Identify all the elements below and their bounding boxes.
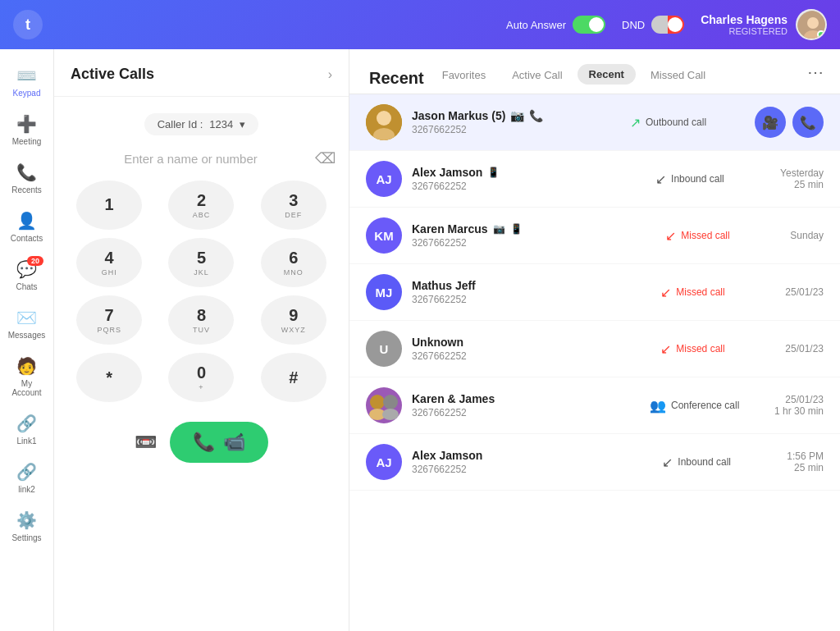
call-item[interactable]: KM Karen Marcus 📷 📱 3267662252 ↙ Missed … [349,208,840,264]
sidebar-item-account[interactable]: 🧑 My Account [4,350,50,404]
call-name: Alex Jamson [412,449,652,462]
sidebar-item-label: Meeting [12,137,42,146]
sidebar-item-chats[interactable]: 💬 20 Chats [4,253,50,298]
video-device-icon: 📷 [493,223,505,235]
call-meta: 25/01/23 [785,286,824,298]
call-number: 3267662252 [412,350,651,362]
call-item[interactable]: Jason Markus (5) 📷 📞 3267662252 ↗ Outbou… [349,94,840,151]
call-date: Yesterday [780,167,824,179]
key-hash[interactable]: # [261,353,326,402]
number-input[interactable] [67,145,336,171]
call-info: Jason Markus (5) 📷 📞 3267662252 [412,109,620,135]
call-item[interactable]: U Unknown 3267662252 ↙ Missed call 25/01… [349,321,840,377]
sidebar-item-meeting[interactable]: ➕ Meeting [4,107,50,153]
caller-id-label: Caller Id : [158,118,203,130]
voicemail-button[interactable]: 📼 [135,432,157,453]
call-name: Karen Marcus 📷 📱 [412,222,655,235]
call-item[interactable]: Karen & James 3267662252 👥 Conference ca… [349,377,840,434]
user-name: Charles Hagens [701,13,788,26]
call-item[interactable]: MJ Mathus Jeff 3267662252 ↙ Missed call … [349,264,840,321]
key-4[interactable]: 4GHI [76,238,142,287]
call-date: 25/01/23 [785,343,824,354]
active-calls-chevron[interactable]: › [328,67,332,82]
key-3[interactable]: 3DEF [261,181,326,230]
middle-panel: Active Calls › Caller Id : 1234 ▾ ⌫ 1 2A… [54,49,349,631]
sidebar-item-label: Messages [8,331,46,340]
contact-avatar: KM [366,217,402,254]
keypad-icon: ⌨️ [16,66,37,85]
call-name: Jason Markus (5) 📷 📞 [412,109,620,122]
key-star[interactable]: * [76,353,142,402]
call-info: Unknown 3267662252 [412,336,651,362]
call-type: ↙ Inbound call [662,455,777,470]
call-name: Alex Jamson 📱 [412,166,646,179]
svg-point-3 [807,17,819,29]
call-date: 1:56 PM [787,450,824,462]
svg-point-6 [377,111,391,126]
sidebar-item-keypad[interactable]: ⌨️ Keypad [4,59,50,104]
auto-answer-group: Auto Answer [506,16,605,34]
meeting-icon: ➕ [16,114,37,134]
call-info: Karen Marcus 📷 📱 3267662252 [412,222,655,249]
chats-badge: 20 [27,256,43,266]
sidebar-item-link2[interactable]: 🔗 link2 [4,455,50,501]
sidebar-item-recents[interactable]: 📞 Recents [4,156,50,201]
call-name: Unknown [412,336,651,349]
call-duration: 25 min [780,179,824,190]
tab-active-call[interactable]: Active Call [500,62,573,94]
phone-call-icon: 📞 [193,432,215,453]
sidebar-item-link1[interactable]: 🔗 Link1 [4,407,50,452]
sidebar-item-contacts[interactable]: 👤 Contacts [4,204,50,249]
key-0[interactable]: 0+ [168,353,234,402]
tab-missed-call[interactable]: Missed Call [639,62,717,94]
sidebar: ⌨️ Keypad ➕ Meeting 📞 Recents 👤 Contacts… [0,49,54,631]
call-button[interactable]: 📞 📹 [170,422,268,463]
user-status: REGISTERED [701,26,788,36]
contact-avatar [366,387,402,423]
call-info: Mathus Jeff 3267662252 [412,279,651,305]
outbound-call-icon: ↗ [630,115,641,130]
sidebar-item-messages[interactable]: ✉️ Messages [4,301,50,346]
key-1[interactable]: 1 [76,181,142,230]
sidebar-item-label: link2 [18,485,35,494]
tab-favorites[interactable]: Favorites [431,62,497,94]
sidebar-item-label: My Account [7,379,47,397]
call-meta: 1:56 PM 25 min [787,450,824,473]
auto-answer-toggle[interactable] [573,16,605,34]
active-calls-header: Active Calls › [54,49,349,97]
recents-icon: 📞 [16,162,37,182]
inbound-call-icon: ↙ [662,455,673,470]
phone-call-action-button[interactable]: 📞 [792,107,824,138]
key-8[interactable]: 8TUV [168,295,234,345]
sidebar-item-settings[interactable]: ⚙️ Settings [4,504,50,549]
messages-icon: ✉️ [16,308,37,327]
more-options-button[interactable]: ⋯ [807,62,824,94]
backspace-button[interactable]: ⌫ [315,149,336,167]
call-number: 3267662252 [412,237,655,249]
key-6[interactable]: 6MNO [261,238,326,287]
header-right: Auto Answer DND Charles Hagens REGISTERE… [506,9,827,40]
key-9[interactable]: 9WXYZ [261,295,326,345]
user-info[interactable]: Charles Hagens REGISTERED [701,9,827,40]
call-name: Mathus Jeff [412,279,651,292]
conference-call-icon: 👥 [650,398,666,414]
key-2[interactable]: 2ABC [168,181,234,230]
contact-avatar: AJ [366,161,402,197]
dnd-toggle[interactable] [651,16,684,34]
tab-recent[interactable]: Recent [578,64,636,85]
key-7[interactable]: 7PQRS [76,295,142,345]
call-type: ↙ Missed call [665,228,780,244]
dnd-label: DND [622,19,645,31]
call-type: ↗ Outbound call [630,115,745,130]
call-duration: 1 hr 30 min [774,405,824,417]
call-item[interactable]: AJ Alex Jamson 3267662252 ↙ Inbound call… [349,434,840,491]
call-date: 25/01/23 [785,286,824,298]
video-call-action-button[interactable]: 🎥 [755,107,786,138]
caller-id-chevron: ▾ [240,118,245,130]
caller-id-bar[interactable]: Caller Id : 1234 ▾ [144,113,259,135]
call-number: 3267662252 [412,294,651,305]
call-name: Karen & James [412,392,640,405]
video-call-icon: 📹 [223,432,245,453]
key-5[interactable]: 5JKL [168,238,234,287]
call-item[interactable]: AJ Alex Jamson 📱 3267662252 ↙ Inbound ca… [349,151,840,208]
